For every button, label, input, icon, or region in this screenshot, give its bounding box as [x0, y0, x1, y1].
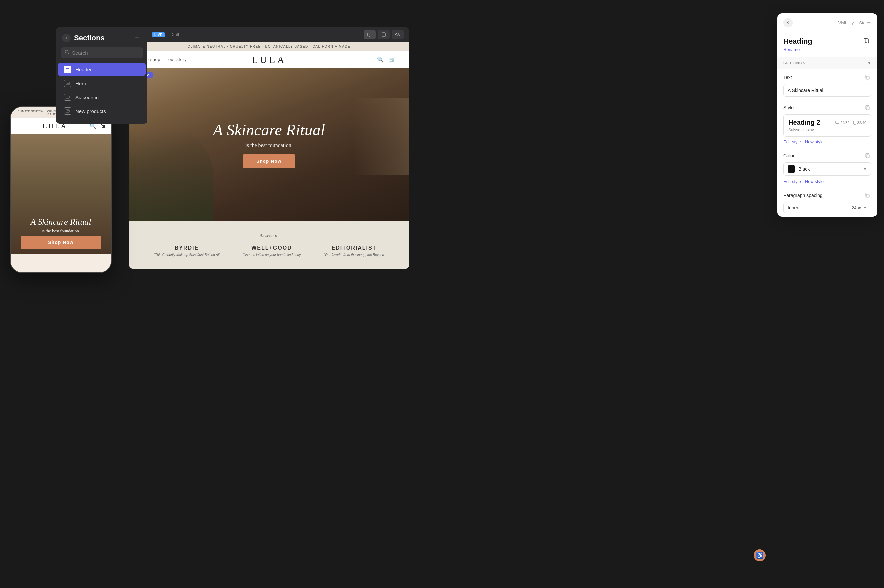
inherit-chevron-icon: ▼: [863, 206, 867, 210]
settings-section-header[interactable]: SETTINGS ▼: [777, 57, 877, 69]
editorialist-logo: EDITORIALIST: [324, 245, 384, 251]
editor-canvas: Home LIVE Draft: [129, 27, 409, 268]
sidebar-item-label-as-seen: As seen in: [75, 94, 99, 100]
settings-label: SETTINGS: [783, 61, 806, 65]
color-edit-links: Edit style New style: [777, 179, 877, 188]
sidebar-add-button[interactable]: +: [132, 33, 141, 43]
hero-section: Hero A Skincare Ritual is the best found…: [129, 68, 409, 221]
search-input[interactable]: [72, 50, 139, 56]
svg-rect-21: [835, 121, 839, 123]
text-copy-icon[interactable]: [863, 73, 871, 81]
desktop-view-button[interactable]: [364, 30, 376, 39]
text-input-field[interactable]: [783, 84, 871, 96]
style-top-row: Heading 2 24/32 32/40: [788, 119, 866, 126]
svg-rect-25: [866, 194, 869, 197]
style-edit-style-link[interactable]: Edit style: [783, 140, 801, 144]
mobile-search-icon[interactable]: 🔍: [90, 123, 96, 129]
rename-link[interactable]: Rename: [777, 47, 877, 57]
color-swatch-black: [788, 165, 795, 173]
live-badge: LIVE: [152, 32, 165, 37]
sidebar-item-hero[interactable]: Hero: [58, 76, 146, 90]
style-copy-icon[interactable]: [863, 104, 871, 112]
svg-text:Tt: Tt: [864, 37, 869, 44]
sidebar-item-new-products[interactable]: New products: [58, 105, 146, 118]
color-edit-style-link[interactable]: Edit style: [783, 179, 801, 184]
style-selector-box[interactable]: Heading 2 24/32 32/40 Suisse display: [783, 114, 871, 137]
hero-section-icon: [64, 80, 71, 87]
color-name-label: Black: [798, 166, 810, 172]
publication-logos: BYRDIE "This Celebrity Makeup Artist Jus…: [143, 245, 395, 256]
panel-title: Heading: [783, 37, 812, 46]
mobile-size-value: 32/40: [857, 121, 866, 125]
style-field-row: Style: [777, 100, 877, 113]
style-field-label: Style: [783, 105, 794, 111]
heading-settings-panel: Visibility States Heading Tt Rename SETT…: [777, 13, 877, 217]
mobile-size-icon: [853, 121, 856, 125]
visibility-link[interactable]: Visibility: [838, 20, 854, 25]
header-section-icon: [64, 66, 71, 73]
paragraph-spacing-row: Paragraph spacing: [777, 188, 877, 201]
site-announcement-bar: CLIMATE NEUTRAL · CRUELTY-FREE · BOTANIC…: [129, 42, 409, 51]
preview-button[interactable]: [392, 30, 404, 39]
sidebar-search-container: [61, 47, 143, 58]
desktop-size-value: 24/32: [840, 121, 850, 125]
byrdie-logo: BYRDIE: [154, 245, 220, 251]
site-logo: LULA: [252, 54, 286, 65]
site-header: the shop our story LULA 🔍 🛒: [129, 51, 409, 68]
mobile-cart-icon[interactable]: 🛍: [99, 123, 105, 129]
accessibility-button[interactable]: ♿: [754, 549, 766, 561]
byrdie-quote: "This Celebrity Makeup Artist Just Bottl…: [154, 253, 220, 256]
style-edit-links: Edit style New style: [777, 140, 877, 148]
color-new-style-link[interactable]: New style: [805, 179, 824, 184]
nav-link-story[interactable]: our story: [168, 57, 187, 62]
style-heading-label: Heading 2: [788, 119, 821, 126]
inherit-px-value: 24px: [852, 206, 861, 210]
color-selector[interactable]: Black ▼: [783, 162, 871, 176]
sidebar-item-label-hero: Hero: [75, 81, 86, 86]
inherit-left: Inherit: [788, 205, 801, 210]
sidebar-item-header[interactable]: Header: [58, 63, 146, 76]
panel-title-row: Heading Tt: [777, 32, 877, 47]
svg-rect-11: [367, 33, 372, 36]
svg-point-15: [383, 36, 384, 37]
style-new-style-link[interactable]: New style: [805, 140, 824, 144]
hero-subheading: is the best foundation.: [245, 142, 292, 148]
svg-point-16: [397, 34, 398, 35]
panel-back-button[interactable]: [783, 18, 793, 27]
sidebar-item-label-new-products: New products: [75, 108, 106, 114]
inherit-right: 24px ▼: [852, 206, 867, 210]
svg-rect-9: [66, 111, 68, 111]
sidebar-title: Sections: [71, 34, 132, 42]
sidebar-item-as-seen-in[interactable]: As seen in: [58, 90, 146, 104]
font-name-label: Suisse display: [788, 128, 866, 132]
color-selector-left: Black: [788, 165, 810, 173]
states-link[interactable]: States: [859, 20, 871, 25]
hero-cta-button[interactable]: Shop Now: [243, 154, 295, 168]
color-field-row: Color: [777, 148, 877, 161]
new-products-section-icon: [64, 108, 71, 115]
as-seen-in-section-icon: [64, 93, 71, 101]
mobile-hero-heading: A Skincare Ritual: [11, 217, 111, 227]
site-header-icons: 🔍 🛒: [377, 56, 395, 63]
tablet-view-button[interactable]: [377, 30, 389, 39]
mobile-cta-button[interactable]: Shop Now: [21, 236, 101, 249]
paragraph-copy-icon[interactable]: [863, 191, 871, 200]
color-chevron-icon: ▼: [863, 167, 867, 171]
sidebar-header: Sections +: [56, 27, 147, 47]
text-field-row: Text: [777, 69, 877, 82]
site-search-icon[interactable]: 🔍: [377, 56, 383, 63]
publication-wellgood: WELL+GOOD "Use the lotion on your hands …: [243, 245, 301, 256]
inherit-selector[interactable]: Inherit 24px ▼: [783, 202, 871, 213]
sidebar-back-button[interactable]: [62, 34, 71, 42]
mobile-hero-text-block: A Skincare Ritual is the best foundation…: [11, 217, 111, 234]
size-info: 24/32 32/40: [835, 121, 866, 125]
svg-rect-5: [66, 96, 69, 99]
desktop-size-item: 24/32: [835, 121, 850, 125]
color-copy-icon[interactable]: [863, 152, 871, 160]
editorialist-quote: "Our favorite from the lineup, the Beyon…: [324, 253, 384, 256]
device-toggle-buttons: [364, 30, 404, 39]
site-cart-icon[interactable]: 🛒: [389, 56, 395, 63]
as-seen-title: As seen in: [143, 233, 395, 238]
hamburger-icon[interactable]: ≡: [17, 123, 20, 130]
editor-toolbar: Home LIVE Draft: [129, 27, 409, 42]
